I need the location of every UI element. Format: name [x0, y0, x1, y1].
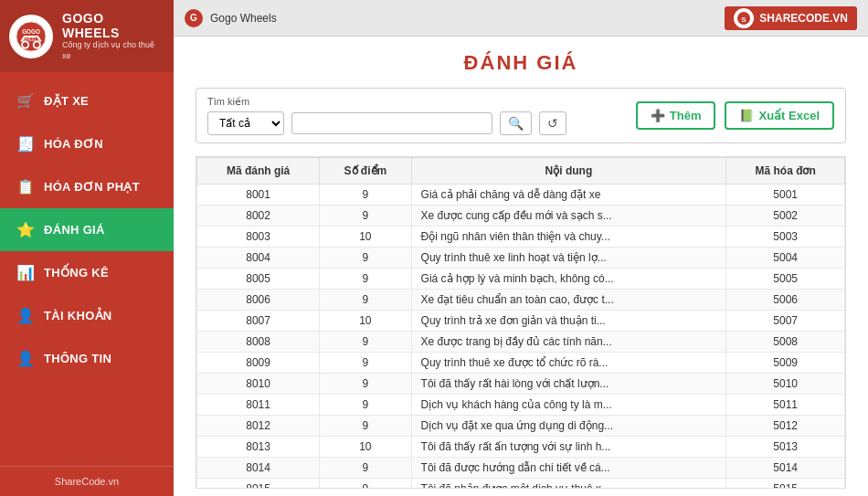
- col-so-diem: Số điểm: [320, 158, 411, 185]
- cell-ma: 8010: [197, 374, 320, 395]
- table-row: 8013 10 Tôi đã thấy rất ấn tượng với sự …: [197, 437, 845, 458]
- sidebar-item-dat-xe[interactable]: 🛒 ĐẶT XE: [0, 79, 174, 122]
- cell-ma-hd: 5008: [726, 332, 845, 353]
- stats-icon: 📊: [16, 264, 35, 281]
- cell-ma: 8014: [197, 458, 320, 479]
- topbar-title: Gogo Wheels: [210, 12, 277, 25]
- cell-diem: 9: [320, 395, 411, 416]
- table-header-row: Mã đánh giá Số điểm Nội dung Mã hóa đơn: [197, 158, 845, 185]
- cell-noi-dung: Tôi đã được hướng dẫn chi tiết về cá...: [411, 458, 726, 479]
- penalty-icon: 📋: [16, 178, 35, 195]
- footer-text: ShareCode.vn: [55, 476, 119, 487]
- excel-icon: 📗: [739, 109, 754, 122]
- review-table: Mã đánh giá Số điểm Nội dung Mã hóa đơn …: [196, 157, 845, 489]
- cell-ma-hd: 5002: [726, 206, 845, 227]
- cell-ma: 8012: [197, 416, 320, 437]
- cell-diem: 9: [320, 458, 411, 479]
- cell-ma-hd: 5006: [726, 290, 845, 311]
- cell-ma-hd: 5001: [726, 185, 845, 206]
- cell-noi-dung: Dịch vụ đặt xe qua ứng dụng di động...: [411, 416, 726, 437]
- sidebar-item-label: HÓA ĐƠN PHẠT: [44, 180, 140, 194]
- sidebar-item-label: ĐÁNH GIÁ: [44, 223, 105, 237]
- search-group: Tìm kiếm Tất cả 🔍 ↺: [207, 96, 566, 135]
- search-select[interactable]: Tất cả: [207, 111, 284, 135]
- sidebar: GOGO WHEELS GOGO WHEELS Công ty dịch vụ …: [0, 0, 174, 496]
- add-button[interactable]: ➕ Thêm: [636, 101, 716, 130]
- sidebar-header: GOGO WHEELS GOGO WHEELS Công ty dịch vụ …: [0, 0, 174, 72]
- cell-diem: 10: [320, 311, 411, 332]
- cell-diem: 9: [320, 206, 411, 227]
- sidebar-item-label: THỐNG KÊ: [44, 266, 109, 280]
- search-input[interactable]: [291, 112, 492, 134]
- table-row: 8011 9 Dịch vụ khách hàng của công ty là…: [197, 395, 845, 416]
- add-label: Thêm: [670, 109, 702, 122]
- main-content: G Gogo Wheels S SHARECODE.VN ĐÁNH GIÁ Tì…: [174, 0, 868, 496]
- table-row: 8003 10 Đội ngũ nhân viên thân thiện và …: [197, 227, 845, 248]
- table-row: 8014 9 Tôi đã được hướng dẫn chi tiết về…: [197, 458, 845, 479]
- cell-ma: 8005: [197, 269, 320, 290]
- search-actions: ➕ Thêm 📗 Xuất Excel: [636, 101, 834, 130]
- cell-diem: 9: [320, 374, 411, 395]
- cell-diem: 9: [320, 479, 411, 490]
- export-button[interactable]: 📗 Xuất Excel: [725, 101, 834, 130]
- search-reset-button[interactable]: ↺: [539, 111, 566, 135]
- search-bar: Tìm kiếm Tất cả 🔍 ↺ ➕ Thêm 📗 Xuất: [196, 88, 846, 143]
- cell-ma: 8009: [197, 353, 320, 374]
- page-title: ĐÁNH GIÁ: [196, 51, 846, 75]
- svg-text:GOGO: GOGO: [22, 28, 40, 35]
- cell-diem: 9: [320, 332, 411, 353]
- cell-diem: 9: [320, 269, 411, 290]
- cell-ma-hd: 5011: [726, 395, 845, 416]
- cell-ma-hd: 5010: [726, 374, 845, 395]
- search-label: Tìm kiếm: [207, 96, 566, 108]
- cell-ma-hd: 5009: [726, 353, 845, 374]
- cell-ma: 8002: [197, 206, 320, 227]
- cell-ma-hd: 5015: [726, 479, 845, 490]
- sidebar-item-hoa-don-phat[interactable]: 📋 HÓA ĐƠN PHẠT: [0, 165, 174, 208]
- table-row: 8012 9 Dịch vụ đặt xe qua ứng dụng di độ…: [197, 416, 845, 437]
- search-button[interactable]: 🔍: [500, 111, 532, 135]
- table-wrapper: Mã đánh giá Số điểm Nội dung Mã hóa đơn …: [196, 156, 846, 489]
- cell-noi-dung: Giá cả phải chăng và dễ dàng đặt xe: [411, 185, 726, 206]
- review-icon: ⭐: [16, 221, 35, 238]
- cell-ma-hd: 5013: [726, 437, 845, 458]
- cell-ma-hd: 5012: [726, 416, 845, 437]
- sidebar-brand: GOGO WHEELS Công ty dịch vụ cho thuê xe: [62, 11, 164, 61]
- cell-ma: 8015: [197, 479, 320, 490]
- cell-ma: 8006: [197, 290, 320, 311]
- sidebar-item-tai-khoan[interactable]: 👤 TÀI KHOẢN: [0, 294, 174, 337]
- sidebar-item-thong-tin[interactable]: 👤 THÔNG TIN: [0, 337, 174, 380]
- sidebar-logo: GOGO WHEELS: [9, 15, 53, 58]
- cell-ma: 8011: [197, 395, 320, 416]
- cell-diem: 10: [320, 227, 411, 248]
- cell-noi-dung: Tôi đã thấy rất ấn tượng với sự linh h..…: [411, 437, 726, 458]
- cart-icon: 🛒: [16, 92, 35, 110]
- brand-name: GOGO WHEELS: [62, 11, 164, 40]
- col-ma-danh-gia: Mã đánh giá: [197, 158, 320, 185]
- cell-noi-dung: Xe đạt tiêu chuẩn an toàn cao, được t...: [411, 290, 726, 311]
- cell-noi-dung: Xe được trang bị đầy đủ các tính năn...: [411, 332, 726, 353]
- sidebar-item-danh-gia[interactable]: ⭐ ĐÁNH GIÁ: [0, 208, 174, 251]
- sidebar-item-hoa-don[interactable]: 🧾 HÓA ĐƠN: [0, 122, 174, 165]
- cell-ma: 8001: [197, 185, 320, 206]
- svg-text:S: S: [742, 16, 747, 24]
- sidebar-nav: 🛒 ĐẶT XE 🧾 HÓA ĐƠN 📋 HÓA ĐƠN PHẠT ⭐ ĐÁNH…: [0, 72, 174, 466]
- col-noi-dung: Nội dung: [411, 158, 726, 185]
- cell-noi-dung: Tôi đã thấy rất hài lòng với chất lượn..…: [411, 374, 726, 395]
- sidebar-item-label: HÓA ĐƠN: [44, 137, 103, 151]
- cell-noi-dung: Quy trình thuê xe được tổ chức rõ rà...: [411, 353, 726, 374]
- topbar-logo: G: [185, 9, 203, 27]
- sidebar-item-thong-ke[interactable]: 📊 THỐNG KÊ: [0, 251, 174, 294]
- cell-ma: 8007: [197, 311, 320, 332]
- table-row: 8015 9 Tôi đã nhận được một dịch vụ thuê…: [197, 479, 845, 490]
- sharecode-logo: S: [734, 8, 754, 28]
- col-ma-hoa-don: Mã hóa đơn: [726, 158, 845, 185]
- invoice-icon: 🧾: [16, 135, 35, 153]
- cell-diem: 9: [320, 290, 411, 311]
- sidebar-footer: ShareCode.vn: [0, 466, 174, 496]
- cell-ma-hd: 5007: [726, 311, 845, 332]
- table-row: 8007 10 Quy trình trả xe đơn giản và thu…: [197, 311, 845, 332]
- cell-ma-hd: 5004: [726, 248, 845, 269]
- sharecode-badge: S SHARECODE.VN: [725, 6, 857, 30]
- cell-diem: 9: [320, 248, 411, 269]
